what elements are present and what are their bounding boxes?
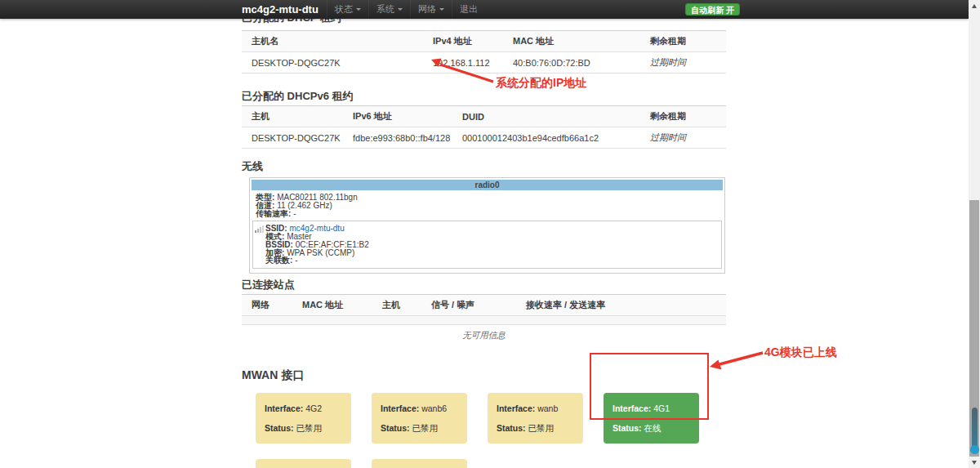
- col-lease-remaining: 剩余租期: [640, 106, 726, 127]
- cell-host: DESKTOP-DQGC27K: [242, 127, 343, 149]
- status-value: 已禁用: [528, 423, 555, 433]
- status-value: 已禁用: [296, 423, 323, 433]
- section-title-dhcpv6-leases: 已分配的 DHCPv6 租约: [242, 90, 726, 102]
- status-label: Status:: [612, 423, 642, 433]
- card-status-line: Status: 已禁用: [265, 424, 346, 433]
- wireless-radio-box: radio0 类型: MAC80211 802.11bgn 信道: 11 (2.…: [249, 177, 725, 274]
- vertical-scrollbar[interactable]: [969, 0, 980, 468]
- section-title-wireless: 无线: [242, 160, 726, 172]
- radio-header-bar: radio0: [252, 180, 723, 190]
- triangle-up-icon: [972, 4, 977, 8]
- brand-link[interactable]: mc4g2-mtu-dtu: [242, 3, 318, 16]
- ssid-line: SSID: mc4g2-mtu-dtu: [265, 225, 718, 233]
- top-navbar: mc4g2-mtu-dtu 状态 系统 网络 退出 自动刷新 开: [0, 0, 969, 19]
- col-mac: MAC 地址: [503, 31, 640, 52]
- interface-label: Interface:: [265, 403, 303, 413]
- annotation-ip-note: 系统分配的IP地址: [496, 76, 586, 91]
- dhcpv6-leases-table: 主机 IPv6 地址 DUID 剩余租期 DESKTOP-DQGC27K fdb…: [242, 105, 726, 149]
- annotation-highlight-box: [590, 353, 709, 420]
- col-ipv4: IPv4 地址: [423, 31, 503, 52]
- status-value: 在线: [644, 423, 662, 433]
- associations-label: 关联数:: [265, 256, 292, 265]
- status-label: Status:: [497, 423, 526, 433]
- mwan-card-wan6: Interface: wan6 Status: 已禁用: [372, 459, 467, 468]
- status-value: 已禁用: [412, 423, 439, 433]
- mwan-card-4g2: Interface: 4G2 Status: 已禁用: [256, 393, 351, 443]
- card-interface-line: Interface: wanb: [497, 404, 578, 413]
- radio-bitrate-value: -: [293, 209, 296, 218]
- scroll-position-indicator: [972, 408, 978, 448]
- chevron-down-icon: [398, 8, 403, 11]
- menu-status[interactable]: 状态: [327, 0, 368, 19]
- cell-lease-remaining: 过期时间: [640, 127, 726, 149]
- cell-ipv6: fdbe:e993:68b0::fb4/128: [343, 127, 452, 149]
- section-title-stations: 已连接站点: [242, 279, 726, 291]
- interface-value: 4G2: [305, 403, 322, 413]
- stations-table: 网络 MAC 地址 主机 信号 / 噪声 接收速率 / 发送速率: [242, 294, 726, 325]
- cell-ipv4: 192.168.1.112: [423, 52, 503, 74]
- card-interface-line: Interface: 4G2: [265, 404, 346, 413]
- scroll-indicator-dot: [970, 445, 979, 454]
- menu-logout-label: 退出: [460, 3, 478, 16]
- cell-hostname: DESKTOP-DQGC27K: [242, 52, 423, 74]
- triangle-down-icon: [972, 461, 977, 465]
- radio-channel: 信道: 11 (2.462 GHz): [256, 202, 724, 210]
- interface-label: Interface:: [497, 403, 535, 413]
- radio-bitrate: 传输速率: -: [256, 210, 724, 218]
- empty-row: [242, 315, 726, 324]
- menu-system[interactable]: 系统: [368, 0, 410, 19]
- col-network: 网络: [242, 294, 292, 315]
- chevron-down-icon: [439, 8, 444, 11]
- col-rx-tx-rate: 接收速率 / 发送速率: [516, 294, 726, 315]
- col-hostname: 主机名: [242, 31, 423, 52]
- mwan-card-row-2: Interface: wan Status: 已禁用 Interface: wa…: [256, 459, 726, 468]
- menu-system-label: 系统: [376, 3, 394, 16]
- col-duid: DUID: [452, 106, 640, 127]
- interface-label: Interface:: [381, 403, 419, 413]
- dhcp-header-row: 主机名 IPv4 地址 MAC 地址 剩余租期: [242, 31, 726, 52]
- interface-value: wanb6: [421, 403, 447, 413]
- card-interface-line: Interface: wanb6: [381, 404, 462, 413]
- card-status-line: Status: 已禁用: [381, 424, 462, 433]
- interface-value: wanb: [537, 403, 558, 413]
- card-status-line: Status: 已禁用: [497, 424, 578, 433]
- chevron-down-icon: [356, 8, 361, 11]
- col-mac: MAC 地址: [292, 294, 372, 315]
- dhcp-leases-table: 主机名 IPv4 地址 MAC 地址 剩余租期 DESKTOP-DQGC27K …: [242, 30, 726, 74]
- table-row: DESKTOP-DQGC27K 192.168.1.112 40:B0:76:0…: [242, 52, 726, 74]
- col-signal-noise: 信号 / 噪声: [421, 294, 516, 315]
- cell-duid: 000100012403b1e94cedfb66a1c2: [452, 127, 640, 149]
- status-label: Status:: [265, 423, 294, 433]
- menu-status-label: 状态: [335, 3, 353, 16]
- col-host: 主机: [242, 106, 343, 127]
- status-label: Status:: [381, 423, 410, 433]
- mwan-card-wanb: Interface: wanb Status: 已禁用: [488, 393, 583, 443]
- dhcpv6-header-row: 主机 IPv6 地址 DUID 剩余租期: [242, 106, 726, 127]
- navbar-container: mc4g2-mtu-dtu 状态 系统 网络 退出 自动刷新 开: [242, 0, 740, 19]
- menu-network[interactable]: 网络: [410, 0, 452, 19]
- wifi-signal-icon: [255, 225, 265, 234]
- ssid-box: SSID: mc4g2-mtu-dtu 模式: Master BSSID: 0C…: [252, 221, 722, 269]
- annotation-4g-note: 4G模块已上线: [764, 345, 837, 360]
- col-host: 主机: [372, 294, 421, 315]
- auto-refresh-toggle[interactable]: 自动刷新 开: [685, 3, 740, 16]
- mwan-card-wanb6: Interface: wanb6 Status: 已禁用: [372, 393, 467, 443]
- radio-info: 类型: MAC80211 802.11bgn 信道: 11 (2.462 GHz…: [250, 192, 724, 219]
- cell-lease-remaining: 过期时间: [640, 52, 726, 74]
- associations-line: 关联数: -: [265, 256, 718, 265]
- scroll-down-button[interactable]: [969, 457, 980, 468]
- col-lease-remaining: 剩余租期: [640, 31, 726, 52]
- cell-mac: 40:B0:76:0D:72:BD: [503, 52, 640, 74]
- menu-network-label: 网络: [418, 3, 436, 16]
- card-status-line: Status: 在线: [612, 424, 694, 433]
- scroll-up-button[interactable]: [969, 0, 980, 11]
- encryption-line: 加密: WPA PSK (CCMP): [265, 249, 718, 257]
- table-row: DESKTOP-DQGC27K fdbe:e993:68b0::fb4/128 …: [242, 127, 726, 149]
- no-info-message: 无可用信息: [242, 330, 726, 341]
- stations-header-row: 网络 MAC 地址 主机 信号 / 噪声 接收速率 / 发送速率: [242, 294, 726, 315]
- associations-value: -: [295, 256, 297, 265]
- radio-bitrate-label: 传输速率:: [256, 209, 291, 218]
- mwan-card-wan: Interface: wan Status: 已禁用: [256, 459, 351, 468]
- menu-logout[interactable]: 退出: [452, 0, 485, 19]
- col-ipv6: IPv6 地址: [343, 106, 452, 127]
